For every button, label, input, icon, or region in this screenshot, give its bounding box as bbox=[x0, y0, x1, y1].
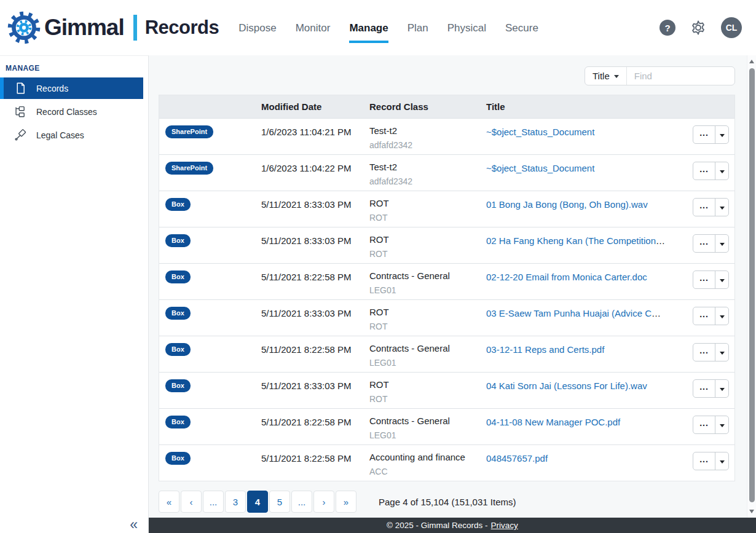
scroll-up-arrow-icon[interactable] bbox=[749, 60, 754, 63]
sidebar-item-label: Legal Cases bbox=[36, 130, 84, 140]
help-button[interactable]: ? bbox=[660, 20, 675, 36]
row-menu-dropdown-button[interactable] bbox=[715, 271, 728, 288]
caret-down-icon bbox=[720, 207, 725, 210]
page-button[interactable]: « bbox=[159, 491, 179, 513]
scrollbar-thumb[interactable] bbox=[749, 68, 755, 502]
table-row: SharePoint 1/6/2023 11:04:22 PM Test-t2 … bbox=[159, 154, 734, 191]
more-actions-button[interactable]: ... bbox=[693, 199, 715, 216]
row-actions-split-button: ... bbox=[693, 416, 729, 434]
more-actions-button[interactable]: ... bbox=[693, 416, 715, 433]
record-title-link[interactable]: ~$oject_Status_Document bbox=[486, 163, 594, 173]
modified-date-cell: 5/11/2021 8:22:58 PM bbox=[261, 270, 369, 282]
more-actions-button[interactable]: ... bbox=[693, 452, 715, 470]
top-nav-item[interactable]: Physical bbox=[447, 22, 486, 43]
brand-divider bbox=[133, 15, 137, 41]
top-nav: DisposeMonitorManagePlanPhysicalSecure bbox=[238, 22, 538, 34]
row-menu-dropdown-button[interactable] bbox=[715, 162, 728, 180]
more-actions-button[interactable]: ... bbox=[693, 235, 715, 252]
more-actions-button[interactable]: ... bbox=[693, 307, 715, 325]
title-cell: ~$oject_Status_Document bbox=[486, 162, 673, 173]
page-button[interactable]: » bbox=[336, 491, 356, 513]
title-cell: ~$oject_Status_Document bbox=[486, 125, 673, 137]
page-button[interactable]: › bbox=[313, 491, 334, 513]
row-menu-dropdown-button[interactable] bbox=[715, 452, 728, 470]
row-menu-dropdown-button[interactable] bbox=[715, 235, 728, 252]
record-title-link[interactable]: 02 Ha Fang Kheng Kan (The Competition).w… bbox=[486, 235, 673, 246]
title-cell: 02 Ha Fang Kheng Kan (The Competition).w… bbox=[486, 234, 673, 246]
record-class-name: ROT bbox=[369, 307, 486, 317]
source-badge: Box bbox=[165, 452, 191, 465]
page-button[interactable]: ... bbox=[203, 491, 224, 513]
sidebar-item-records[interactable]: Records bbox=[0, 77, 143, 99]
scroll-down-arrow-icon[interactable] bbox=[749, 510, 754, 513]
sidebar: MANAGE Records Record Classes bbox=[0, 55, 149, 533]
actions-cell: ... bbox=[673, 125, 734, 144]
modified-date-cell: 5/11/2021 8:33:03 PM bbox=[261, 198, 369, 210]
more-actions-button[interactable]: ... bbox=[693, 162, 715, 180]
top-nav-item[interactable]: Monitor bbox=[296, 22, 331, 43]
settings-button[interactable] bbox=[690, 19, 707, 36]
find-input[interactable] bbox=[627, 67, 734, 85]
record-class-code: adfafd2342 bbox=[369, 176, 486, 186]
source-cell: SharePoint bbox=[159, 125, 261, 138]
vertical-scrollbar[interactable] bbox=[747, 55, 756, 518]
top-nav-item[interactable]: Dispose bbox=[238, 22, 276, 43]
record-title-link[interactable]: 02-12-20 Email from Monica Carter.doc bbox=[486, 272, 647, 282]
row-menu-dropdown-button[interactable] bbox=[715, 380, 728, 397]
page-button[interactable]: 5 bbox=[269, 491, 290, 513]
column-header-title: Title bbox=[486, 101, 673, 112]
page-button[interactable]: ‹ bbox=[181, 491, 202, 513]
record-title-link[interactable]: 03 E-Saew Tam Punha Huajai (Advice Colum… bbox=[486, 308, 673, 318]
sidebar-item-legal-cases[interactable]: Legal Cases bbox=[0, 124, 143, 146]
source-badge: Box bbox=[165, 307, 191, 320]
user-avatar[interactable]: CL bbox=[721, 17, 742, 38]
record-class-cell: Accounting and finance ACC bbox=[369, 452, 486, 476]
row-menu-dropdown-button[interactable] bbox=[715, 416, 728, 433]
record-title-link[interactable]: 04-11-08 New Manager POC.pdf bbox=[486, 417, 620, 427]
pagination-bar: «‹...345...›» Page 4 of 15,104 (151,031 … bbox=[149, 481, 756, 513]
actions-cell: ... bbox=[673, 343, 734, 361]
more-actions-button[interactable]: ... bbox=[693, 126, 715, 143]
source-badge: Box bbox=[165, 198, 191, 211]
row-menu-dropdown-button[interactable] bbox=[715, 344, 728, 361]
more-actions-button[interactable]: ... bbox=[693, 271, 715, 288]
record-title-link[interactable]: 03-12-11 Reps and Certs.pdf bbox=[486, 344, 604, 355]
row-menu-dropdown-button[interactable] bbox=[715, 199, 728, 216]
record-class-code: ROT bbox=[369, 322, 486, 331]
record-title-link[interactable]: 04 Kati Sorn Jai (Lessons For Life).wav bbox=[486, 381, 647, 391]
filter-field-dropdown[interactable]: Title bbox=[585, 67, 627, 85]
table-header-row: Modified Date Record Class Title bbox=[159, 95, 734, 118]
app-footer: © 2025 - Gimmal Records - Privacy bbox=[149, 518, 756, 533]
actions-cell: ... bbox=[673, 270, 734, 289]
more-actions-button[interactable]: ... bbox=[693, 380, 715, 397]
app-body: MANAGE Records Record Classes bbox=[0, 55, 756, 533]
table-row: Box 5/11/2021 8:33:03 PM ROT ROT 03 E-Sa… bbox=[159, 299, 734, 336]
gimmal-gear-logo-icon bbox=[6, 10, 42, 45]
top-nav-item[interactable]: Manage bbox=[349, 22, 388, 43]
source-badge: Box bbox=[165, 343, 191, 356]
row-menu-dropdown-button[interactable] bbox=[715, 307, 728, 325]
record-class-name: Contracts - General bbox=[369, 416, 486, 426]
content-main: Title Modified Date Record Class Title bbox=[149, 55, 756, 518]
record-title-link[interactable]: ~$oject_Status_Document bbox=[486, 127, 594, 137]
row-actions-split-button: ... bbox=[693, 452, 729, 470]
modified-date-cell: 5/11/2021 8:22:58 PM bbox=[261, 343, 369, 355]
record-title-link[interactable]: 048457657.pdf bbox=[486, 453, 548, 464]
row-menu-dropdown-button[interactable] bbox=[715, 126, 728, 143]
question-icon: ? bbox=[664, 23, 670, 33]
privacy-link[interactable]: Privacy bbox=[491, 521, 518, 530]
page-button[interactable]: 4 bbox=[247, 491, 268, 513]
sidebar-item-record-classes[interactable]: Record Classes bbox=[0, 101, 143, 122]
source-badge: Box bbox=[165, 416, 191, 428]
page-button[interactable]: ... bbox=[291, 491, 312, 513]
row-actions-split-button: ... bbox=[693, 162, 729, 180]
top-nav-item[interactable]: Secure bbox=[505, 22, 538, 43]
sidebar-collapse-button[interactable]: « bbox=[130, 518, 138, 532]
record-title-link[interactable]: 01 Bong Ja Bong (Bong, Oh Bong).wav bbox=[486, 199, 648, 210]
page-button[interactable]: 3 bbox=[225, 491, 246, 513]
more-actions-button[interactable]: ... bbox=[693, 344, 715, 361]
top-nav-item[interactable]: Plan bbox=[408, 22, 428, 43]
modified-date-cell: 5/11/2021 8:33:03 PM bbox=[261, 307, 369, 318]
actions-cell: ... bbox=[673, 452, 734, 470]
records-table: Modified Date Record Class Title SharePo… bbox=[159, 95, 735, 481]
